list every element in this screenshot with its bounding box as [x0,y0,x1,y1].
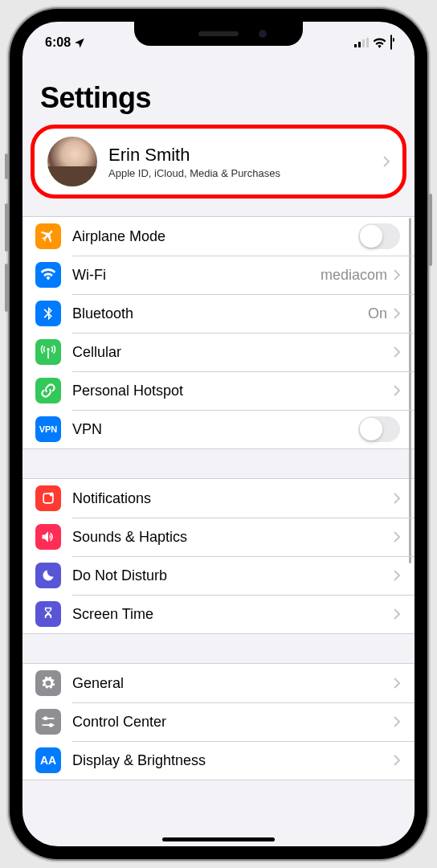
wifi-icon [35,262,61,288]
screen: 6:08 Settings [22,22,415,846]
chevron-right-icon [394,755,400,766]
avatar [47,137,97,186]
svg-rect-2 [362,39,365,47]
row-control-center[interactable]: Control Center [22,702,415,741]
page-title: Settings [22,57,415,121]
chevron-right-icon [394,493,400,504]
chevron-right-icon [394,678,400,689]
chevron-right-icon [394,308,400,319]
row-dnd[interactable]: Do Not Disturb [22,556,415,595]
phone-side-buttons-right [429,194,432,290]
row-label: Personal Hotspot [72,383,394,399]
row-airplane-mode[interactable]: Airplane Mode [22,217,415,256]
row-label: Do Not Disturb [72,567,394,584]
svg-point-4 [47,348,49,350]
phone-side-buttons-left [5,154,8,324]
airplane-toggle[interactable] [358,223,400,249]
bell-icon [35,485,61,511]
chevron-right-icon [394,385,400,396]
row-label: Airplane Mode [72,228,358,245]
row-label: Screen Time [72,606,394,623]
row-bluetooth[interactable]: Bluetooth On [22,294,415,333]
row-label: Control Center [72,714,394,731]
notch [134,22,303,46]
status-time: 6:08 [45,35,71,50]
chevron-right-icon [394,716,400,727]
row-value: mediacom [321,267,387,284]
chevron-right-icon [394,570,400,581]
settings-section-connectivity: Airplane Mode Wi-Fi mediacom Bluetooth [22,216,415,449]
svg-rect-1 [358,42,361,47]
wifi-status-icon [373,38,386,48]
location-icon [74,37,85,48]
row-vpn[interactable]: VPN VPN [22,410,415,448]
vpn-icon: VPN [35,416,61,442]
chevron-right-icon [394,531,400,542]
row-label: Bluetooth [72,305,368,322]
row-sounds[interactable]: Sounds & Haptics [22,518,415,556]
row-label: Sounds & Haptics [72,529,394,546]
svg-rect-3 [366,38,369,47]
row-label: Wi-Fi [72,267,321,284]
row-notifications[interactable]: Notifications [22,479,415,518]
row-value: On [368,305,387,322]
moon-icon [35,563,61,588]
bluetooth-icon [35,301,61,326]
content-scroll[interactable]: Settings Erin Smith Apple ID, iCloud, Me… [22,57,415,846]
row-wifi[interactable]: Wi-Fi mediacom [22,256,415,294]
text-aa-icon: AA [35,747,61,773]
settings-section-general: General Control Center AA Display & Brig… [22,663,415,780]
settings-section-notifications: Notifications Sounds & Haptics Do Not Di… [22,478,415,634]
phone-frame: 6:08 Settings [10,9,427,859]
antenna-icon [35,339,61,365]
speaker-icon [35,524,61,550]
svg-rect-0 [354,44,357,47]
profile-subtitle: Apple ID, iCloud, Media & Purchases [108,167,372,179]
link-icon [35,378,61,403]
row-label: Cellular [72,344,394,361]
cellular-signal-icon [354,38,369,47]
chevron-right-icon [394,346,400,358]
row-cellular[interactable]: Cellular [22,333,415,371]
airplane-icon [35,223,61,249]
gear-icon [35,670,61,696]
row-label: VPN [72,421,358,438]
row-label: General [72,675,394,692]
vpn-toggle[interactable] [358,416,400,442]
row-label: Display & Brightness [72,752,394,769]
sliders-icon [35,709,61,735]
row-hotspot[interactable]: Personal Hotspot [22,371,415,410]
battery-icon [390,35,392,50]
highlight-annotation: Erin Smith Apple ID, iCloud, Media & Pur… [31,125,406,199]
row-label: Notifications [72,490,394,507]
home-indicator[interactable] [162,837,275,841]
profile-name: Erin Smith [108,145,372,166]
chevron-right-icon [394,269,400,280]
svg-point-6 [50,493,54,497]
row-screen-time[interactable]: Screen Time [22,595,415,633]
row-general[interactable]: General [22,664,415,702]
chevron-right-icon [383,156,390,167]
chevron-right-icon [394,608,400,620]
hourglass-icon [35,601,61,627]
row-display-brightness[interactable]: AA Display & Brightness [22,741,415,780]
apple-id-row[interactable]: Erin Smith Apple ID, iCloud, Media & Pur… [35,129,402,194]
